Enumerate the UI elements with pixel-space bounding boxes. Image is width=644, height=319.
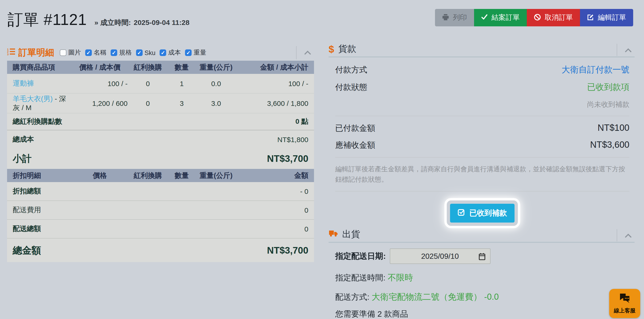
truck-icon <box>328 229 338 240</box>
total-cost-row: 總成本 NT$1,800 <box>7 130 314 148</box>
received-supplement-button-label: 已收到補款 <box>469 208 507 218</box>
checkbox-cost[interactable]: ✓ <box>160 49 166 56</box>
checkbox-name[interactable]: ✓ <box>85 49 92 56</box>
payment-status-value: 已收到款項 <box>587 81 630 93</box>
chevron-up-icon <box>625 45 632 55</box>
payment-method-value: 大衛自訂付款一號 <box>562 64 630 75</box>
shipping-panel: 出貨 指定配送日期: 2025/09/10 指定配送時間: 不限時 <box>328 229 634 319</box>
check-square-icon <box>458 209 465 218</box>
created-time: » 成立時間: 2025-09-04 11:28 <box>94 18 190 27</box>
shipping-fee-row: 配送費用 0 <box>7 201 314 220</box>
due-amount-row: 應補收金額 NT$3,600 <box>335 140 630 151</box>
online-support-label: 線上客服 <box>614 307 636 314</box>
checkbox-image[interactable] <box>60 49 66 56</box>
grand-total-row: 總金額 NT$3,700 <box>7 239 314 262</box>
payment-method-row: 付款方式 大衛自訂付款一號 <box>335 64 630 75</box>
chevron-up-icon <box>304 48 311 57</box>
order-detail-panel: 123 訂單明細 圖片 ✓名稱 ✓規格 ✓Sku ✓成本 ✓重量 購買商品品項 … <box>7 45 314 262</box>
close-order-button[interactable]: 結案訂單 <box>474 9 527 26</box>
highlight-ring: 已收到補款 <box>444 198 520 228</box>
created-time-prefix: » 成立時間: <box>94 18 131 27</box>
dollar-icon: $ <box>328 44 334 54</box>
discount-total-row: 折扣總額 - 0 <box>7 182 314 201</box>
order-detail-title: 123 訂單明細 <box>7 46 54 59</box>
toggle-name[interactable]: ✓名稱 <box>85 48 106 57</box>
bonus-points-row: 總紅利換購點數 0 點 <box>7 113 314 130</box>
printer-icon <box>442 13 449 22</box>
order-items-table: 購買商品品項 價格 / 成本價 紅利換購 數量 重量(公斤) 金額 / 成本小計… <box>7 61 314 262</box>
payment-header: $ 貨款 <box>328 43 634 57</box>
checkbox-sku[interactable]: ✓ <box>136 49 143 56</box>
collapse-order-detail-button[interactable] <box>296 46 311 59</box>
shipping-title: 出貨 <box>342 228 360 240</box>
delivery-time-value: 不限時 <box>388 273 413 282</box>
shipping-header: 出貨 <box>328 229 634 243</box>
page-header: 訂單 #1121 » 成立時間: 2025-09-04 11:28 <box>8 9 190 30</box>
delivery-date-value: 2025/09/10 <box>421 252 459 261</box>
table-row: 運動褲 100 / - 0 1 0.0 100 / - <box>7 74 314 94</box>
svg-text:3: 3 <box>7 53 9 55</box>
calendar-icon <box>478 253 485 260</box>
received-supplement-button[interactable]: 已收到補款 <box>450 204 514 223</box>
column-toggles: 圖片 ✓名稱 ✓規格 ✓Sku ✓成本 ✓重量 <box>60 48 211 57</box>
divider <box>335 116 630 116</box>
ban-icon <box>534 13 541 22</box>
collapse-payment-button[interactable] <box>617 44 632 56</box>
due-amount-value: NT$3,600 <box>590 140 630 150</box>
toggle-image[interactable]: 圖片 <box>60 48 81 57</box>
subtotal-row: 小計 NT$3,700 <box>7 148 314 169</box>
checkbox-weight[interactable]: ✓ <box>185 49 192 56</box>
discount-table-header: 折扣明細 價格 紅利換購 數量 重量(公斤) 金額 <box>7 169 314 182</box>
product-link[interactable]: 羊毛大衣(男) <box>13 94 53 102</box>
paid-amount-row: 已付款金額 NT$100 <box>335 123 630 134</box>
delivery-date-input[interactable]: 2025/09/10 <box>390 248 490 264</box>
items-table-header: 購買商品品項 價格 / 成本價 紅利換購 數量 重量(公斤) 金額 / 成本小計 <box>7 61 314 74</box>
close-order-button-label: 結案訂單 <box>492 13 520 22</box>
delivery-date-row: 指定配送日期: 2025/09/10 <box>335 248 630 264</box>
divider <box>335 191 630 192</box>
delivery-method-row: 配送方式: 大衛宅配物流二號（免運費） -0.0 <box>335 291 630 303</box>
print-button[interactable]: 列印 <box>435 9 474 26</box>
payment-note: 編輯訂單後若產生金額差異，請商家自行與會員進行溝通與補退款，並於確認金額無誤後點… <box>335 164 630 185</box>
product-link[interactable]: 運動褲 <box>13 79 34 87</box>
list-ol-icon: 123 <box>7 47 15 58</box>
collapse-shipping-button[interactable] <box>617 229 632 241</box>
checkbox-spec[interactable]: ✓ <box>111 49 117 56</box>
chevron-up-icon <box>625 230 632 240</box>
toggle-spec[interactable]: ✓規格 <box>111 48 132 57</box>
divider <box>335 157 630 158</box>
page-title: 訂單 #1121 <box>8 9 87 30</box>
chat-icon <box>618 293 631 306</box>
print-button-label: 列印 <box>453 13 467 22</box>
cancel-order-button-label: 取消訂單 <box>545 13 573 22</box>
edit-order-button[interactable]: 編輯訂單 <box>580 9 633 26</box>
paid-amount-value: NT$100 <box>598 123 630 133</box>
payment-status-row: 付款狀態 已收到款項 <box>335 81 630 93</box>
delivery-time-row: 指定配送時間: 不限時 <box>335 272 630 283</box>
toggle-weight[interactable]: ✓重量 <box>185 48 206 57</box>
toolbar: 列印 結案訂單 取消訂單 編輯訂單 <box>435 9 633 26</box>
delivery-method-value: 大衛宅配物流二號（免運費） -0.0 <box>372 292 499 302</box>
edit-order-button-label: 編輯訂單 <box>598 13 626 22</box>
order-detail-page: 訂單 #1121 » 成立時間: 2025-09-04 11:28 列印 結案訂… <box>0 0 644 319</box>
toggle-sku[interactable]: ✓Sku <box>136 49 156 56</box>
check-icon <box>481 14 488 22</box>
supplement-status: 尚未收到補款 <box>335 100 630 109</box>
edit-icon <box>587 13 594 22</box>
created-time-value: 2025-09-04 11:28 <box>134 18 190 27</box>
payment-panel: $ 貨款 付款方式 大衛自訂付款一號 付款狀態 已收到款項 尚未收到補款 <box>328 43 634 228</box>
order-detail-header: 123 訂單明細 圖片 ✓名稱 ✓規格 ✓Sku ✓成本 ✓重量 <box>7 45 314 61</box>
toggle-cost[interactable]: ✓成本 <box>160 48 181 57</box>
cancel-order-button[interactable]: 取消訂單 <box>527 9 580 26</box>
right-column: $ 貨款 付款方式 大衛自訂付款一號 付款狀態 已收到款項 尚未收到補款 <box>328 43 634 319</box>
table-row: 羊毛大衣(男) - 深灰 / M 1,200 / 600 0 3 3.0 3,6… <box>7 94 314 113</box>
online-support-button[interactable]: 線上客服 <box>609 289 640 318</box>
shipping-total-row: 配送總額 0 <box>7 220 314 239</box>
prepare-note: 您需要準備 2 款商品 <box>335 309 630 319</box>
payment-title: 貨款 <box>338 43 356 55</box>
